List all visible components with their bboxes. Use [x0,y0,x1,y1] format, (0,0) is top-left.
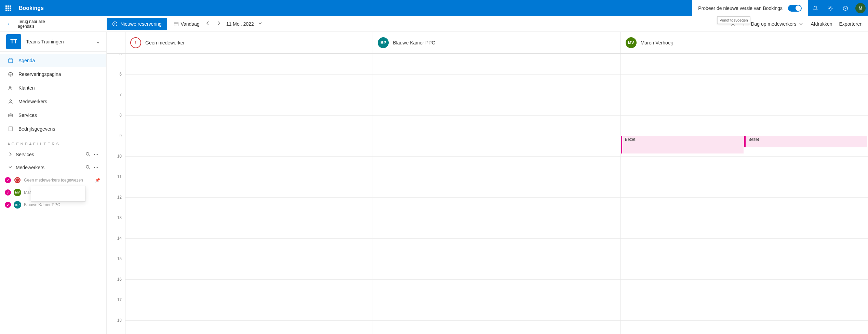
hour-cell[interactable] [125,95,373,115]
hour-cell[interactable] [373,279,620,300]
hour-cell[interactable] [621,115,868,136]
search-services-button[interactable] [84,151,92,158]
hour-cell[interactable] [373,156,620,177]
hour-cell[interactable] [373,218,620,238]
date-display[interactable]: 11 Mei, 2022 [226,21,254,27]
hour-cell[interactable] [621,54,868,74]
date-picker-button[interactable] [257,21,263,27]
hour-cell[interactable] [125,54,373,74]
search-icon [85,164,91,170]
hour-cell[interactable] [125,74,373,95]
help-button[interactable] [838,0,853,16]
member-name: Geen medewerkers toegewezen [24,178,92,183]
gear-icon [828,5,833,11]
calendar-column-0[interactable] [125,54,373,334]
filter-services-label: Services [16,152,84,157]
calendar-grid[interactable]: 56789101112131415161718 BezetBezet [107,54,868,334]
pin-icon[interactable]: 📌 [95,178,100,183]
view-selector[interactable]: Dag op medewerkers [743,21,804,27]
new-booking-button[interactable]: Nieuwe reservering [107,18,167,30]
hour-cell[interactable] [125,115,373,136]
hour-cell[interactable] [125,320,373,334]
hour-cell[interactable] [125,218,373,238]
context-menu-item[interactable] [31,188,85,194]
calendar-column-1[interactable] [373,54,620,334]
hour-cell[interactable] [373,320,620,334]
chevron-down-icon [798,21,804,27]
nav-agenda[interactable]: Agenda [0,54,106,67]
context-menu-item[interactable] [31,194,85,199]
hour-cell[interactable] [373,197,620,218]
today-button[interactable]: Vandaag [173,21,200,27]
calendar-event[interactable]: Bezet [621,136,744,153]
print-button[interactable]: Afdrukken [811,21,832,27]
member-row-unassigned[interactable]: ✓ Geen medewerkers toegewezen 📌 [0,174,106,186]
nav-services[interactable]: Services [0,108,106,122]
column-title: Geen medewerker [145,40,185,45]
nav-booking-page[interactable]: Reserveringspagina [0,67,106,81]
chevron-right-icon [8,151,13,157]
time-label: 17 [107,297,125,318]
member-check[interactable]: ✓ [5,202,11,208]
member-check[interactable]: ✓ [5,189,11,196]
hour-cell[interactable] [621,95,868,115]
hour-cell[interactable] [125,156,373,177]
hour-cell[interactable] [125,300,373,320]
back-nav[interactable]: ← Terug naar alle agenda's [0,19,107,29]
app-launcher-button[interactable] [0,0,16,16]
export-button[interactable]: Exporteren [839,21,863,27]
gutter-spacer [107,32,125,53]
hour-cell[interactable] [125,259,373,279]
hour-cell[interactable] [125,197,373,218]
nav-business-info[interactable]: Bedrijfsgegevens [0,122,106,136]
hour-cell[interactable] [373,259,620,279]
hour-cell[interactable] [621,74,868,95]
settings-button[interactable] [823,0,838,16]
hour-cell[interactable] [621,279,868,300]
svg-point-8 [9,86,11,88]
svg-rect-12 [9,127,12,131]
hour-cell[interactable] [621,177,868,197]
hour-cell[interactable] [125,279,373,300]
hour-cell[interactable] [621,300,868,320]
hour-cell[interactable] [621,259,868,279]
calendar-column-2[interactable]: BezetBezet [620,54,868,334]
notifications-button[interactable] [808,0,823,16]
add-time-off-button[interactable]: Verlof toevoegen [731,21,736,27]
more-staff-button[interactable]: ⋯ [92,165,100,170]
hour-cell[interactable] [373,95,620,115]
hour-cell[interactable] [621,320,868,334]
hour-cell[interactable] [621,218,868,238]
hour-cell[interactable] [621,238,868,259]
hour-cell[interactable] [621,156,868,177]
search-staff-button[interactable] [84,164,92,171]
hour-cell[interactable] [373,54,620,74]
hour-cell[interactable] [373,136,620,156]
prev-day-button[interactable] [202,21,213,27]
people-icon [8,85,14,91]
user-avatar: M [855,3,866,13]
calendar-event[interactable]: Bezet [744,136,867,147]
collapse-staff-button[interactable] [8,164,14,171]
promo-toggle[interactable] [788,5,802,12]
expand-services-button[interactable] [8,151,14,158]
filter-staff-row: Medewerkers ⋯ [0,161,106,174]
calendar-selector[interactable]: TT Teams Trainingen ⌄ [0,32,106,52]
hour-cell[interactable] [373,300,620,320]
arrow-left-icon [205,21,211,26]
hour-cell[interactable] [125,136,373,156]
nav-customers[interactable]: Klanten [0,81,106,95]
hour-cell[interactable] [621,197,868,218]
nav-staff[interactable]: Medewerkers [0,95,106,108]
more-services-button[interactable]: ⋯ [92,152,100,157]
hour-cell[interactable] [373,74,620,95]
hour-cell[interactable] [125,177,373,197]
next-day-button[interactable] [213,21,224,27]
hour-cell[interactable] [125,238,373,259]
member-name: Blauwe Kamer PPC [24,202,100,207]
hour-cell[interactable] [373,115,620,136]
member-check[interactable]: ✓ [5,177,11,183]
hour-cell[interactable] [373,238,620,259]
account-button[interactable]: M [853,0,868,16]
hour-cell[interactable] [373,177,620,197]
